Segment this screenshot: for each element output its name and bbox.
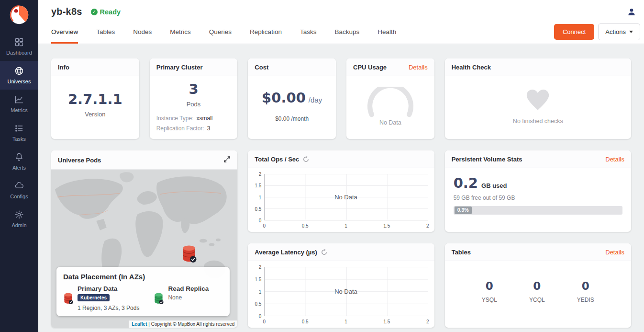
sidebar-item-universes[interactable]: Universes (0, 61, 38, 90)
sidebar-item-dashboard[interactable]: Dashboard (0, 32, 38, 61)
dashboard-icon (14, 37, 24, 47)
tasks-list-icon (14, 124, 24, 133)
yedis-count-label: YEDIS (577, 297, 594, 303)
cost-day-value: $0.00 (262, 90, 306, 106)
connect-button[interactable]: Connect (554, 24, 594, 40)
info-card-title: Info (58, 64, 69, 71)
sidebar-item-alerts[interactable]: Alerts (0, 147, 38, 176)
y-tick: 1 (259, 195, 262, 200)
persistent-volume-header: Persistent Volume Stats Details (445, 150, 631, 168)
health-check-header: Health Check (445, 58, 631, 76)
replication-factor-label: Replication Factor: (156, 124, 204, 134)
leaflet-link[interactable]: Leaflet (132, 321, 147, 327)
expand-icon[interactable] (223, 156, 231, 164)
placement-row: Primary Data Kubernetes 1 Region, 3 AZs,… (63, 285, 223, 311)
tab-queries[interactable]: Queries (209, 20, 232, 44)
tab-tables[interactable]: Tables (96, 20, 115, 44)
provider-badge: Kubernetes (78, 294, 110, 301)
tables-details-link[interactable]: Details (605, 249, 624, 256)
info-card-body: 2.7.1.1 Version (51, 76, 139, 139)
read-replica-label: Read Replica (168, 285, 209, 292)
pv-used-value: 0.2 (454, 175, 478, 191)
chevron-down-icon (629, 31, 633, 33)
tab-metrics[interactable]: Metrics (170, 20, 191, 44)
ysql-count-label: YSQL (482, 297, 497, 303)
refresh-icon[interactable] (303, 156, 309, 162)
tables-title: Tables (452, 249, 471, 256)
overview-grid: Info 2.7.1.1 Version Primary Cluster 3 P… (38, 44, 644, 332)
instance-type-value: xsmall (197, 114, 213, 124)
total-ops-card: Total Ops / Sec 2 1.5 1 0.5 0 (248, 150, 434, 232)
actions-dropdown-button[interactable]: Actions (598, 23, 640, 40)
data-placement-title: Data Placement (In AZs) (63, 273, 223, 281)
sidebar-item-label: Metrics (11, 107, 27, 113)
x-tick: 0.5 (302, 223, 309, 229)
primary-cluster-header: Primary Cluster (150, 58, 238, 76)
y-axis: 2 1.5 1 0.5 0 (252, 174, 263, 220)
yugabyte-logo-icon (9, 4, 30, 25)
tab-overview[interactable]: Overview (51, 20, 78, 44)
x-axis: 0 0.5 1 1.5 2 (264, 318, 427, 325)
refresh-icon[interactable] (321, 249, 327, 255)
primary-cluster-card: Primary Cluster 3 Pods Instance Type: xs… (150, 58, 238, 139)
tab-actions: Connect Actions (554, 23, 640, 40)
tab-health[interactable]: Health (378, 20, 396, 44)
replication-factor-row: Replication Factor: 3 (156, 124, 231, 134)
sidebar-item-label: Configs (10, 194, 28, 199)
metrics-icon (14, 95, 24, 104)
primary-database-icon (63, 285, 73, 311)
y-tick: 0 (259, 314, 262, 319)
placement-summary: 1 Region, 3 AZs, 3 Pods (78, 305, 139, 311)
sidebar-item-configs[interactable]: Configs (0, 176, 38, 205)
cluster-attributes: Instance Type: xsmall Replication Factor… (150, 114, 238, 134)
read-replica-group: Read Replica None (154, 285, 209, 311)
ycql-count: 0 YCQL (529, 280, 545, 303)
y-tick: 0.5 (255, 206, 261, 211)
persistent-volume-body: 0.2 GB used 59 GB free out of 59 GB 0.3% (445, 168, 631, 232)
globe-icon (14, 66, 24, 76)
replica-database-icon (154, 285, 164, 311)
instance-type-row: Instance Type: xsmall (156, 114, 231, 124)
pv-used-unit: GB used (481, 182, 507, 189)
tab-replication[interactable]: Replication (250, 20, 282, 44)
primary-data-label: Primary Data (78, 285, 139, 292)
pv-details-link[interactable]: Details (605, 156, 624, 163)
x-tick: 0 (263, 223, 266, 229)
cost-card-header: Cost (248, 58, 336, 76)
tab-tasks[interactable]: Tasks (300, 20, 317, 44)
tables-header: Tables Details (445, 243, 631, 261)
sidebar-item-admin[interactable]: Admin (0, 205, 38, 233)
average-latency-chart: 2 1.5 1 0.5 0 No Data 0 0.5 1 1.5 (248, 261, 434, 328)
map-attribution: Leaflet | Copyright © MapBox All rights … (129, 321, 237, 328)
user-icon[interactable] (627, 7, 636, 17)
tab-nodes[interactable]: Nodes (133, 20, 152, 44)
content-column: yb-k8s ✓ Ready Overview Tables Nodes Met… (38, 0, 644, 332)
sidebar-item-tasks[interactable]: Tasks (0, 118, 38, 147)
read-replica-value: None (168, 294, 209, 301)
ycql-count-value: 0 (533, 280, 541, 292)
world-map[interactable]: Data Placement (In AZs) (51, 170, 237, 328)
total-ops-title: Total Ops / Sec (255, 156, 299, 163)
universe-pods-header: Universe Pods (51, 150, 237, 170)
health-check-card: Health Check No finished checks (445, 58, 631, 139)
cpu-details-link[interactable]: Details (409, 64, 428, 71)
gear-icon (14, 210, 24, 219)
read-replica-col: Read Replica None (168, 285, 209, 311)
y-tick: 1.5 (255, 276, 261, 282)
info-card-header: Info (51, 58, 139, 76)
sidebar-item-metrics[interactable]: Metrics (0, 90, 38, 118)
average-latency-title: Average Latency (µs) (255, 249, 317, 256)
persistent-volume-card: Persistent Volume Stats Details 0.2 GB u… (445, 150, 631, 232)
gauge-icon (364, 87, 417, 119)
x-tick: 2 (426, 319, 429, 324)
cost-per-day: $0.00 /day (262, 90, 322, 106)
region-marker-database-icon[interactable] (181, 244, 197, 263)
sidebar-item-label: Universes (8, 79, 31, 84)
x-tick: 1 (344, 223, 347, 229)
yugabyte-logo[interactable] (0, 0, 38, 32)
check-circle-icon: ✓ (91, 9, 98, 15)
heart-icon (524, 87, 551, 113)
tab-backups[interactable]: Backups (334, 20, 359, 44)
universe-title: yb-k8s (51, 6, 82, 17)
version-number: 2.7.1.1 (68, 91, 122, 107)
